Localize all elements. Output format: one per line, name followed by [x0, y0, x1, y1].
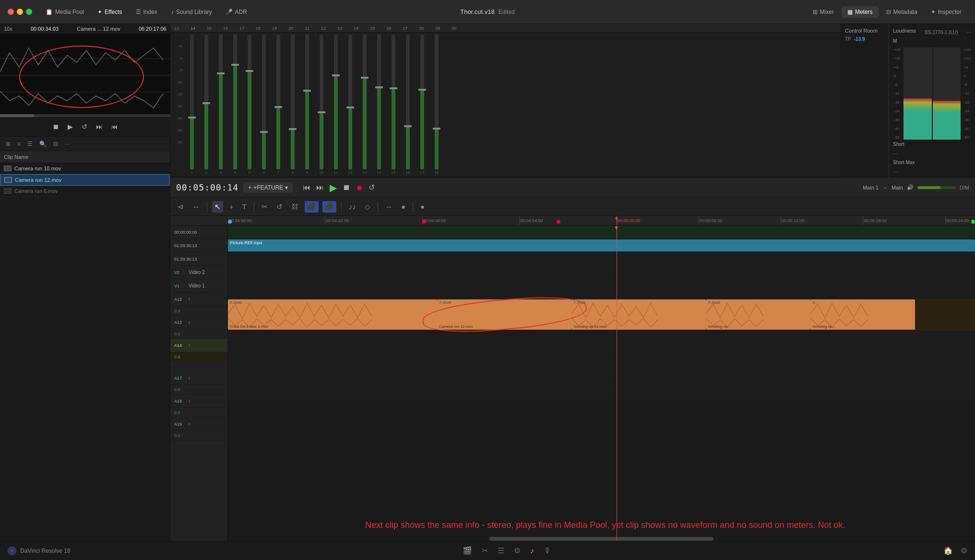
fader-handle-2[interactable] [217, 72, 225, 74]
fader-handle-0[interactable] [188, 117, 196, 119]
color-tool[interactable]: ⬛ [322, 201, 336, 213]
link-clips[interactable]: ↔ [383, 201, 395, 212]
audio-tool[interactable]: ♪♪ [346, 201, 358, 212]
audio-clip-growing12[interactable]: 7.35dB Growing up 12.mov [571, 299, 706, 330]
fader-track-5[interactable] [262, 35, 266, 169]
fullscreen-button[interactable] [26, 9, 32, 15]
fader-handle-7[interactable] [289, 128, 297, 130]
volume-slider[interactable] [917, 186, 956, 189]
audio-clip-growing-up2[interactable]: 7.35dB Growing up... [706, 299, 810, 330]
fader-track-1[interactable] [204, 35, 208, 169]
text-tool[interactable]: T [240, 201, 249, 212]
fader-handle-10[interactable] [332, 74, 340, 76]
transport-stop[interactable]: ⏹ [341, 182, 352, 193]
link-tool[interactable]: ⛓ [289, 201, 301, 212]
status-icon-media[interactable]: 🎬 [463, 546, 472, 555]
skip-start-button[interactable]: ⏮ [109, 121, 120, 132]
status-icon-edit[interactable]: ☰ [498, 546, 504, 555]
fader-handle-3[interactable] [231, 64, 239, 66]
fader-handle-1[interactable] [202, 102, 210, 104]
transport-forward-fast[interactable]: ⏭ [315, 182, 325, 193]
skip-end-button[interactable]: ⏭ [94, 121, 105, 132]
play-button[interactable]: ▶ [66, 121, 75, 132]
status-icon-fusion[interactable]: ⚙ [514, 546, 521, 555]
fader-track-11[interactable] [348, 35, 352, 169]
fader-track-14[interactable] [392, 35, 395, 169]
select-tool[interactable]: ↖ [212, 201, 223, 213]
minimize-button[interactable] [17, 9, 23, 15]
clip-view-list[interactable]: ≡ [15, 140, 23, 148]
fader-track-8[interactable] [305, 35, 309, 169]
fader-handle-16[interactable] [418, 89, 426, 91]
fader-track-0[interactable] [190, 35, 194, 169]
clip-more[interactable]: ··· [63, 140, 71, 148]
clip-search[interactable]: 🔍 [37, 140, 48, 148]
edit-prev-marker[interactable]: ⊲ [175, 201, 186, 213]
nav-item-effects[interactable]: ✦ Effects [92, 6, 128, 18]
status-icon-cut[interactable]: ✂ [482, 546, 488, 555]
status-icon-fairlight[interactable]: ♪ [530, 547, 534, 555]
fader-handle-5[interactable] [260, 131, 268, 133]
clip-item-2[interactable]: Camera run 6.mov [0, 186, 170, 197]
more-tool[interactable]: ● [418, 201, 427, 212]
ripple-tool[interactable]: ↺ [274, 201, 285, 213]
loop-button[interactable]: ↺ [80, 121, 89, 132]
scrollbar-thumb[interactable] [489, 537, 713, 541]
fader-handle-17[interactable] [433, 128, 440, 130]
transport-play[interactable]: ▶ [328, 180, 338, 195]
status-settings[interactable]: ⚙ [961, 546, 967, 555]
fader-handle-15[interactable] [404, 125, 412, 127]
clip-item-0[interactable]: Camera run 10.mov [0, 163, 170, 174]
nav-item-mixer[interactable]: ⊞ Mixer [807, 6, 840, 18]
fader-handle-11[interactable] [346, 107, 354, 108]
edit-snap[interactable]: ↔ [190, 201, 202, 212]
fader-track-7[interactable] [291, 35, 295, 169]
stop-button[interactable]: ⏹ [50, 121, 61, 132]
fader-handle-8[interactable] [303, 90, 311, 92]
transport-loop[interactable]: ↺ [367, 181, 376, 193]
clip-list[interactable]: Camera run 10.mov Camera run 12.mov Came… [0, 163, 170, 541]
volume-icon[interactable]: 🔊 [907, 184, 914, 191]
fader-track-15[interactable] [406, 35, 410, 169]
nav-item-meters[interactable]: ▦ Meters [842, 6, 879, 18]
nav-item-inspector[interactable]: ✦ Inspector [925, 6, 967, 18]
fader-handle-14[interactable] [390, 87, 397, 89]
audio-clip-growing-up3[interactable]: C- Growing up... [810, 299, 915, 330]
transport-record[interactable]: ⏺ [355, 182, 364, 193]
clip-view-detail[interactable]: ☰ [25, 140, 35, 148]
feature-button[interactable]: + +FEATURE ▾ [243, 182, 293, 193]
keyframe-tool[interactable]: ◇ [362, 201, 373, 213]
transport-back-fast[interactable]: ⏮ [301, 182, 312, 193]
fader-track-9[interactable] [320, 35, 323, 169]
fader-handle-6[interactable] [274, 106, 282, 108]
fader-track-3[interactable] [233, 35, 237, 169]
nav-item-metadata[interactable]: ⊟ Metadata [880, 6, 923, 18]
clip-item-1[interactable]: Camera run 12.mov [0, 174, 170, 186]
fader-track-6[interactable] [276, 35, 280, 169]
tracks-scroll[interactable]: Picture.REF.mp4 [228, 226, 975, 541]
dot-tool[interactable]: ● [399, 201, 408, 212]
fader-handle-9[interactable] [318, 111, 325, 113]
nav-item-index[interactable]: ☰ Index [130, 6, 163, 18]
clip-filter[interactable]: ⊟ [51, 140, 60, 148]
close-button[interactable] [8, 9, 14, 15]
fader-track-10[interactable] [334, 35, 338, 169]
fader-handle-4[interactable] [246, 70, 253, 72]
fader-handle-13[interactable] [375, 86, 383, 88]
audio-clip-camera-run12[interactable]: 7.35dB Camera run 12.mov [437, 299, 571, 330]
fader-track-12[interactable] [363, 35, 367, 169]
cut-tool[interactable]: ✂ [259, 201, 270, 213]
status-icon-color[interactable]: 🎙 [544, 547, 551, 555]
fader-track-2[interactable] [219, 35, 223, 169]
loudness-more[interactable]: ··· [967, 29, 971, 35]
status-home[interactable]: 🏠 [943, 546, 953, 555]
video-clip-picture-ref[interactable]: Picture.REF.mp4 [228, 239, 975, 251]
fader-track-16[interactable] [420, 35, 424, 169]
horizontal-scrollbar[interactable] [228, 537, 975, 541]
fader-track-17[interactable] [435, 35, 439, 169]
nav-item-adr[interactable]: 🎤 ADR [220, 6, 253, 18]
fader-track-4[interactable] [248, 35, 251, 169]
flag-tool[interactable]: ⬛ [305, 201, 319, 213]
fader-track-13[interactable] [377, 35, 381, 169]
nav-item-sound-library[interactable]: ♪ Sound Library [165, 6, 218, 18]
